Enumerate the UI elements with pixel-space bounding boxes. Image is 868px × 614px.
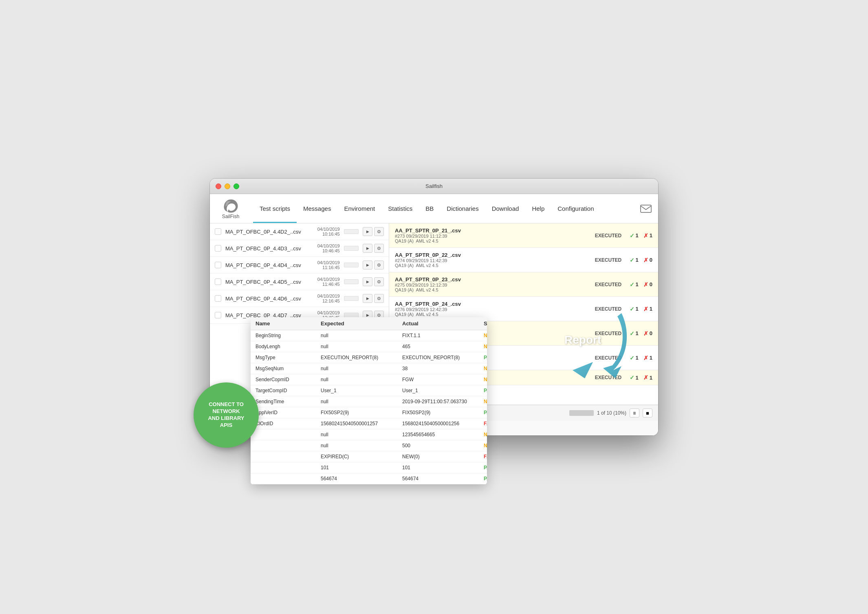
result-name-0: AA_PT_SPTR_0P_21_.csv	[395, 227, 587, 234]
window-title: Sailfish	[425, 183, 443, 189]
script-checkbox-1[interactable]	[215, 245, 221, 252]
script-name-4: MA_PT_OFBC_0P_4.4D6_..csv	[225, 296, 301, 302]
nav-statistics[interactable]: Statistics	[381, 194, 419, 223]
logo-label: SailFish	[222, 214, 240, 219]
fail-count-2: ✗ 0	[643, 281, 652, 288]
prev-page-button[interactable]: ⏸	[630, 409, 639, 417]
detail-table-row-10: null 500 N_A	[251, 440, 487, 451]
result-name-3: AA_PT_SPTR_0P_24_.csv	[395, 301, 587, 307]
script-checkbox-2[interactable]	[215, 262, 221, 268]
x-icon-3: ✗	[643, 306, 648, 312]
play-button-4[interactable]: ▶	[363, 294, 372, 303]
result-status-1: EXECUTED	[592, 257, 625, 263]
result-status-2: EXECUTED	[592, 282, 625, 287]
script-date-3: 04/10/2019 11:46:45	[305, 277, 340, 287]
script-checkbox-5[interactable]	[215, 312, 221, 318]
minimize-button[interactable]	[225, 183, 230, 189]
nav-dictionaries[interactable]: Dictionaries	[440, 194, 485, 223]
script-actions-2: ▶ ⚙	[363, 261, 384, 269]
result-counts-6: ✓ 1 ✗ 1	[630, 374, 652, 381]
cell-status-7: PASSED	[484, 410, 487, 415]
script-name-1: MA_PT_OFBC_0P_4.4D3_..csv	[225, 245, 301, 252]
traffic-lights	[216, 183, 239, 189]
check-icon-4: ✓	[630, 330, 634, 337]
cell-name-7: ApplVerID	[256, 410, 321, 415]
script-row-4: MA_PT_OFBC_0P_4.4D6_..csv 04/10/2019 12:…	[210, 290, 389, 307]
detail-table-row-5: TargetCompID User_1 User_1 PASSED	[251, 385, 487, 396]
pass-count-6: ✓ 1	[630, 374, 639, 381]
script-row-2: MA_PT_OFBC_0P_4.4D4_..csv 04/10/2019 11:…	[210, 257, 389, 274]
cell-expected-1: null	[321, 344, 402, 349]
connect-badge: CONNECT TO NETWORK AND LIBRARY APIs	[194, 382, 259, 448]
page-info: 1 of 10 (10%)	[597, 410, 626, 416]
cell-actual-9: 123545654665	[402, 432, 484, 437]
script-progress-0	[344, 229, 359, 234]
fail-count-1: ✗ 0	[643, 257, 652, 263]
cell-expected-11: EXPIRED(C)	[321, 454, 402, 459]
detail-table-row-8: ClOrdID 156802415040500001257 1568024150…	[251, 418, 487, 429]
play-button-0[interactable]: ▶	[363, 227, 372, 236]
gear-button-3[interactable]: ⚙	[374, 277, 384, 286]
pass-count-3: ✓ 1	[630, 306, 639, 312]
script-date-2: 04/10/2019 11:16:45	[305, 260, 340, 270]
nav-bb[interactable]: BB	[419, 194, 440, 223]
nav-enviroment[interactable]: Enviroment	[337, 194, 381, 223]
check-icon-2: ✓	[630, 281, 634, 288]
pass-count-5: ✓ 1	[630, 355, 639, 361]
play-button-1[interactable]: ▶	[363, 244, 372, 253]
script-checkbox-0[interactable]	[215, 228, 221, 235]
nav-test-scripts[interactable]: Test scripts	[253, 194, 297, 223]
mail-icon[interactable]	[640, 205, 652, 213]
svg-rect-0	[641, 205, 651, 212]
x-icon-2: ✗	[643, 281, 648, 288]
script-checkbox-4[interactable]	[215, 295, 221, 302]
cell-actual-7: FIX50SP2(9)	[402, 410, 484, 415]
play-button-3[interactable]: ▶	[363, 277, 372, 286]
gear-button-0[interactable]: ⚙	[374, 227, 384, 236]
close-button[interactable]	[216, 183, 221, 189]
script-checkbox-3[interactable]	[215, 278, 221, 285]
nav-help[interactable]: Help	[525, 194, 551, 223]
cell-expected-7: FIX50SP2(9)	[321, 410, 402, 415]
nav-download[interactable]: Download	[485, 194, 526, 223]
script-date-1: 04/10/2019 10:46:45	[305, 243, 340, 253]
result-counts-1: ✓ 1 ✗ 0	[630, 257, 652, 263]
script-actions-0: ▶ ⚙	[363, 227, 384, 236]
script-row: MA_PT_OFBC_0P_4.4D2_..csv 04/10/2019 10:…	[210, 223, 389, 240]
detail-table-row-11: EXPIRED(C) NEW(0) FAILED	[251, 451, 487, 462]
maximize-button[interactable]	[234, 183, 239, 189]
cell-actual-0: FIXT.1.1	[402, 333, 484, 338]
result-status-5: EXECUTED	[592, 355, 625, 361]
result-counts-0: ✓ 1 ✗ 1	[630, 232, 652, 239]
result-counts-5: ✓ 1 ✗ 1	[630, 355, 652, 361]
nav-messages[interactable]: Messages	[297, 194, 337, 223]
cell-name-13	[256, 476, 321, 481]
play-button-2[interactable]: ▶	[363, 261, 372, 269]
col-header-expected: Expected	[321, 320, 402, 327]
navbar: SailFish Test scripts Messages Enviromen…	[210, 194, 658, 223]
result-info-0: AA_PT_SPTR_0P_21_.csv #273 09/29/2019 11…	[395, 227, 587, 243]
pass-count-4: ✓ 1	[630, 330, 639, 337]
progress-bar	[569, 410, 594, 416]
script-progress-3	[344, 279, 359, 284]
x-icon-6: ✗	[643, 374, 648, 381]
nav-configuration[interactable]: Configuration	[551, 194, 600, 223]
cell-name-6: SendingTime	[256, 399, 321, 404]
cell-expected-5: User_1	[321, 388, 402, 393]
cell-status-2: PASSED	[484, 355, 487, 360]
pass-count-2: ✓ 1	[630, 281, 639, 288]
gear-button-1[interactable]: ⚙	[374, 244, 384, 253]
sailfish-logo	[222, 198, 240, 213]
cell-actual-6: 2019-09-29T11:00:57.063730	[402, 399, 484, 404]
cell-status-12: PASSED	[484, 465, 487, 470]
cell-expected-8: 156802415040500001257	[321, 421, 402, 426]
cell-actual-13: 564674	[402, 476, 484, 481]
next-page-button[interactable]: ⏹	[643, 409, 652, 417]
gear-button-4[interactable]: ⚙	[374, 294, 384, 303]
detail-table-row-2: MsgType EXECUTION_REPORT(8) EXECUTION_RE…	[251, 352, 487, 363]
cell-name-5: TargetCompID	[256, 388, 321, 393]
cell-status-1: N_A	[484, 344, 487, 349]
cell-name-11	[256, 454, 321, 459]
cell-expected-6: null	[321, 399, 402, 404]
gear-button-2[interactable]: ⚙	[374, 261, 384, 269]
